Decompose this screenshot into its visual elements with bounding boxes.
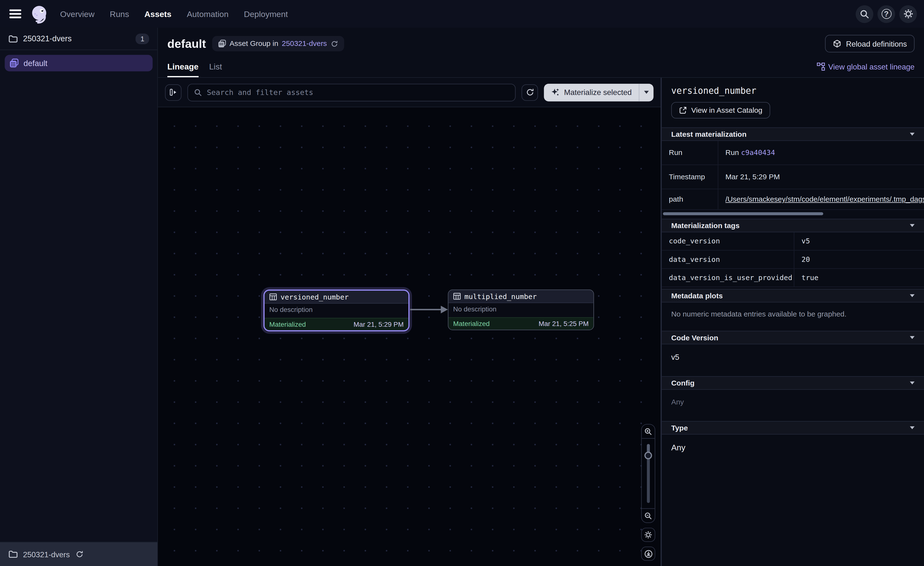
asset-count-badge: 1 [136,33,149,44]
chevron-down-icon[interactable] [910,426,915,429]
table-row: Timestamp Mar 21, 5:29 PM [662,165,924,190]
sidebar-item-default[interactable]: default [4,55,153,71]
asset-node-versioned-number[interactable]: versioned_number No description Material… [263,289,410,331]
asset-node-footer: Materialized Mar 21, 5:25 PM [448,317,593,330]
asset-node-name: versioned_number [280,293,349,301]
tag-value: 20 [794,251,924,268]
sidebar-item-label: default [24,59,47,68]
row-key: path [662,189,718,209]
section-title: Code Version [671,334,718,342]
chip-repo-link[interactable]: 250321-dvers [282,39,327,48]
tabs-row: Lineage List View global asset lineage [158,56,924,78]
section-title: Type [671,424,688,432]
path-link[interactable]: /Users/smackesey/stm/code/elementl/exper… [725,195,924,203]
table-row: code_version v5 [662,232,924,250]
menu-icon[interactable] [9,9,21,18]
help-icon: ? [881,9,891,19]
graph-toolbar: Materialize selected [158,78,661,107]
asset-group-icon [9,58,19,68]
tab-lineage[interactable]: Lineage [167,56,198,77]
dagster-logo[interactable] [29,4,50,24]
reload-icon [75,550,83,558]
asset-group-icon [218,39,226,48]
zoom-in-icon [644,427,652,435]
section-title: Metadata plots [671,292,723,300]
external-link-icon [679,106,687,114]
chevron-down-icon[interactable] [910,336,915,339]
materialized-status: Materialized [453,320,490,327]
section-config[interactable]: Config [662,376,924,390]
table-row: data_version 20 [662,251,924,269]
repo-name: 250321-dvers [23,34,72,43]
section-title: Materialization tags [671,221,740,230]
reload-definitions-icon [832,39,841,48]
nav-automation[interactable]: Automation [187,9,228,19]
materialize-dropdown-button[interactable] [639,83,654,101]
graph-settings-button[interactable] [641,528,655,542]
refresh-icon [525,88,534,97]
folder-icon [8,34,18,44]
section-metadata-plots[interactable]: Metadata plots [662,289,924,303]
tab-list[interactable]: List [209,56,222,77]
tag-value: true [794,269,924,287]
asset-groups-sidebar: 250321-dvers 1 default 250321-dvers [0,28,158,566]
code-location-footer[interactable]: 250321-dvers [0,542,158,566]
nav-runs[interactable]: Runs [110,9,129,19]
zoom-out-button[interactable] [642,508,654,522]
nav-assets[interactable]: Assets [144,9,171,19]
zoom-in-button[interactable] [642,424,654,439]
global-lineage-link[interactable]: View global asset lineage [816,62,915,71]
section-code-version[interactable]: Code Version [662,331,924,345]
chevron-down-icon[interactable] [910,294,915,297]
table-icon [453,292,461,300]
help-button[interactable]: ? [878,5,895,23]
materialized-time: Mar 21, 5:29 PM [354,321,404,328]
panel-expand-icon [169,88,177,97]
chevron-down-icon[interactable] [910,224,915,227]
download-image-button[interactable] [641,546,655,561]
zoom-slider-knob[interactable] [644,452,652,459]
search-input[interactable] [207,88,509,97]
tag-key: data_version_is_user_provided [662,269,794,287]
materialize-button[interactable]: Materialize selected [544,83,639,101]
materialized-status: Materialized [269,321,306,328]
global-lineage-label: View global asset lineage [828,62,915,71]
row-value: Mar 21, 5:29 PM [718,165,924,189]
row-key: Timestamp [662,165,718,189]
search-button[interactable] [855,5,873,23]
refresh-graph-button[interactable] [522,84,538,101]
folder-icon [8,549,18,559]
top-nav: Overview Runs Assets Automation Deployme… [0,0,924,28]
settings-button[interactable] [899,5,917,23]
run-id-link[interactable]: c9a40434 [741,149,775,157]
table-row: data_version_is_user_provided true [662,269,924,287]
section-type[interactable]: Type [662,421,924,435]
asset-node-header: multiplied_number [448,290,593,303]
nav-deployment[interactable]: Deployment [244,9,288,19]
asset-node-footer: Materialized Mar 21, 5:29 PM [265,318,408,330]
chevron-down-icon[interactable] [910,381,915,384]
section-latest-materialization[interactable]: Latest materialization [662,127,924,141]
reload-definitions-label: Reload definitions [846,39,907,48]
table-row: Run Run c9a40434 [662,141,924,165]
page-header: default Asset Group in 250321-dvers Relo… [158,28,924,56]
dagster-app: Overview Runs Assets Automation Deployme… [0,0,924,566]
section-materialization-tags[interactable]: Materialization tags [662,219,924,232]
toggle-sidebar-button[interactable] [165,84,182,101]
horizontal-scrollbar[interactable] [663,212,823,215]
table-row: path /Users/smackesey/stm/code/elementl/… [662,189,924,210]
asset-node-multiplied-number[interactable]: multiplied_number No description Materia… [448,289,594,330]
sidebar-spacer [0,76,158,542]
chevron-down-icon[interactable] [910,132,915,135]
asset-node-description: No description [265,304,408,318]
view-in-asset-catalog-button[interactable]: View in Asset Catalog [671,102,770,119]
view-in-asset-catalog-label: View in Asset Catalog [691,106,762,114]
reload-definitions-button[interactable]: Reload definitions [825,35,915,53]
reload-icon[interactable] [330,40,338,48]
gear-icon [903,9,913,19]
nav-overview[interactable]: Overview [60,9,94,19]
lineage-canvas[interactable]: versioned_number No description Material… [158,107,661,566]
lineage-graph-icon [816,62,825,71]
asset-details-panel: versioned_number View in Asset Catalog L… [662,78,924,566]
sidebar-repo-row[interactable]: 250321-dvers 1 [0,28,158,50]
